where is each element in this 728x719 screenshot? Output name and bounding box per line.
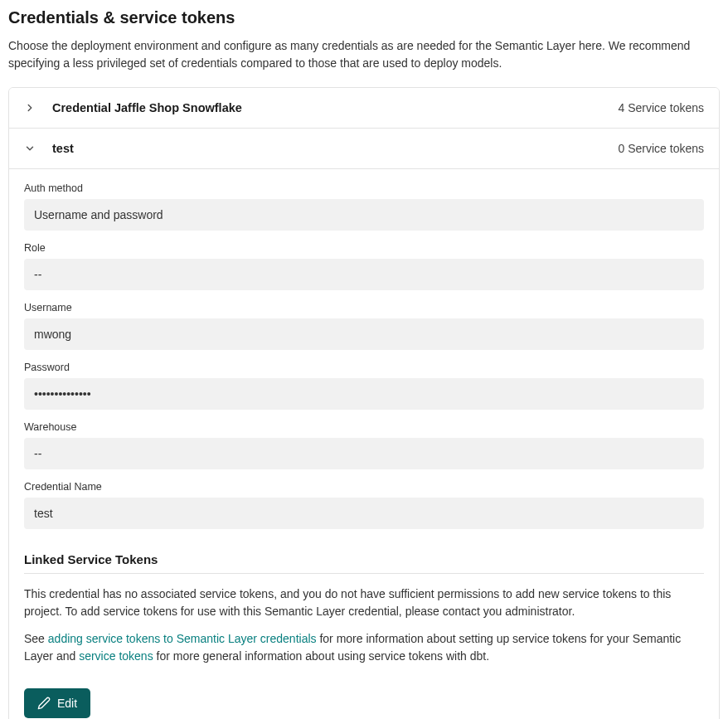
field-label: Warehouse — [24, 421, 704, 433]
field-label: Username — [24, 302, 704, 313]
field-value: •••••••••••••• — [24, 378, 704, 410]
edit-button[interactable]: Edit — [24, 688, 90, 718]
field-value: Username and password — [24, 199, 704, 231]
credential-name: test — [52, 142, 619, 155]
field-warehouse: Warehouse -- — [24, 421, 704, 469]
field-label: Password — [24, 362, 704, 373]
field-credential-name: Credential Name test — [24, 481, 704, 529]
token-count: 0 Service tokens — [619, 142, 705, 155]
field-password: Password •••••••••••••• — [24, 362, 704, 410]
field-label: Role — [24, 242, 704, 254]
credential-body: Auth method Username and password Role -… — [9, 168, 719, 719]
credential-name: Credential Jaffle Shop Snowflake — [52, 101, 619, 114]
credentials-card: Credential Jaffle Shop Snowflake 4 Servi… — [8, 87, 720, 719]
page-title: Credentials & service tokens — [8, 8, 720, 27]
field-value: -- — [24, 438, 704, 469]
chevron-right-icon — [24, 102, 36, 114]
text: See — [24, 632, 48, 645]
linked-tokens-heading: Linked Service Tokens — [24, 552, 704, 574]
credential-row[interactable]: test 0 Service tokens — [9, 128, 719, 168]
credential-row[interactable]: Credential Jaffle Shop Snowflake 4 Servi… — [9, 88, 719, 128]
field-username: Username mwong — [24, 302, 704, 350]
field-auth-method: Auth method Username and password — [24, 182, 704, 231]
field-label: Credential Name — [24, 481, 704, 493]
link-adding-tokens[interactable]: adding service tokens to Semantic Layer … — [48, 632, 317, 645]
link-service-tokens[interactable]: service tokens — [79, 649, 153, 663]
tokens-help-text: See adding service tokens to Semantic La… — [24, 630, 704, 665]
field-role: Role -- — [24, 242, 704, 290]
pencil-icon — [37, 697, 51, 710]
page-description: Choose the deployment environment and co… — [8, 37, 720, 72]
text: for more general information about using… — [153, 649, 489, 663]
field-label: Auth method — [24, 182, 704, 194]
edit-button-label: Edit — [57, 697, 77, 710]
chevron-down-icon — [24, 143, 36, 154]
token-count: 4 Service tokens — [619, 101, 705, 114]
field-value: -- — [24, 259, 704, 290]
field-value: test — [24, 498, 704, 529]
field-value: mwong — [24, 318, 704, 350]
no-tokens-message: This credential has no associated servic… — [24, 585, 704, 620]
